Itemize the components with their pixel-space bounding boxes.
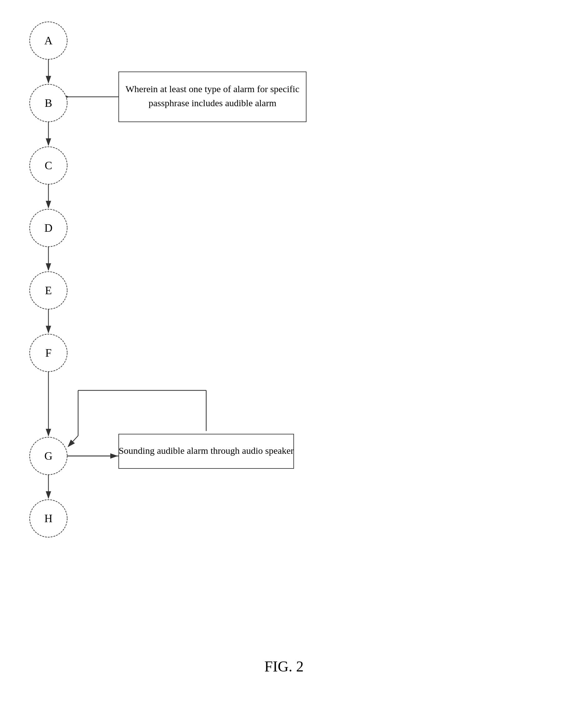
box1-line1: Wherein at least one type of alarm for s…	[126, 84, 299, 94]
node-e-label: E	[45, 284, 52, 297]
diagram-container: A B C D E F G H Wherein at least one typ…	[0, 0, 568, 728]
box1-rect	[119, 72, 306, 122]
box2-text: Sounding audible alarm through audio spe…	[119, 445, 294, 456]
node-b-label: B	[45, 97, 52, 109]
node-c-label: C	[45, 159, 52, 172]
loop-arrow-to-g	[68, 436, 78, 447]
node-a-label: A	[44, 34, 52, 47]
node-f-label: F	[45, 347, 52, 359]
box1-line2: passphrase includes audible alarm	[148, 98, 276, 108]
node-h-label: H	[44, 512, 52, 525]
node-d-label: D	[44, 222, 52, 234]
fig-label: FIG. 2	[264, 658, 304, 675]
node-g-label: G	[44, 450, 52, 462]
